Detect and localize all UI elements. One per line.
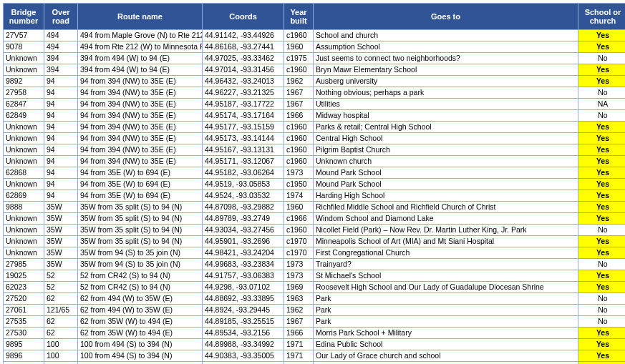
cell-goes: Windom School and Diamond Lake xyxy=(314,213,578,225)
table-row: 9896100100 from 494 (S) to 394 (N)44.903… xyxy=(4,350,626,362)
cell-year: 1973 xyxy=(284,259,314,270)
cell-goes: Park xyxy=(314,305,578,316)
cell-year: 1967 xyxy=(284,87,314,99)
cell-bridge: Unknown xyxy=(4,144,44,156)
cell-year: c1960 xyxy=(284,64,314,76)
cell-year: c1960 xyxy=(284,30,314,41)
cell-school: Yes xyxy=(578,362,626,365)
cell-route: 62 from 35W (W) to 494 (E) xyxy=(78,328,203,339)
cell-year: c1960 xyxy=(284,225,314,236)
header-row: Bridge number Over road Route name Coord… xyxy=(4,4,626,30)
cell-over: 94 xyxy=(44,99,78,110)
table-row: 620235252 from CR42 (S) to 94 (N)44.9298… xyxy=(4,282,626,293)
cell-school: Yes xyxy=(578,64,626,76)
table-row: 27061121/6562 from 494 (W) to 35W (E)44.… xyxy=(4,305,626,316)
cell-bridge: 27103 xyxy=(4,362,44,365)
cell-school: Yes xyxy=(578,328,626,339)
cell-route: 494 from Rte 212 (W) to Minnesota Riv xyxy=(78,41,203,53)
cell-coords: 44.9298, -93.07102 xyxy=(203,282,284,293)
cell-bridge: Unknown xyxy=(4,236,44,247)
cell-year: c1960 xyxy=(284,156,314,167)
cell-coords: 44.89534, -93.2156 xyxy=(203,328,284,339)
cell-bridge: Unknown xyxy=(4,156,44,167)
cell-goes: Nicollet Field (Park) – Now Rev. Dr. Mar… xyxy=(314,225,578,236)
cell-goes: Richfiled Middle School and Richfield Ch… xyxy=(314,202,578,213)
cell-year: c1960 xyxy=(284,144,314,156)
cell-over: 494 xyxy=(44,30,78,41)
cell-coords: 44.89988, -93.34992 xyxy=(203,339,284,350)
cell-coords: 44.87098, -93.29882 xyxy=(203,202,284,213)
cell-year: c1970 xyxy=(284,236,314,247)
bridges-table: Bridge number Over road Route name Coord… xyxy=(3,3,625,364)
cell-school: No xyxy=(578,53,626,64)
header-school: School or church xyxy=(578,4,626,30)
cell-bridge: 27958 xyxy=(4,87,44,99)
cell-coords: 44.90383, -93.35005 xyxy=(203,350,284,362)
cell-coords: 44.96432, -93.24013 xyxy=(203,76,284,87)
cell-goes: Roosevelt High School and Our Lady of Gu… xyxy=(314,282,578,293)
cell-over: 121/65 xyxy=(44,305,78,316)
table-row: Unknown35W35W from 94 (S) to 35 join (N)… xyxy=(4,247,626,259)
cell-route: 94 from 394 (NW) to 35E (E) xyxy=(78,144,203,156)
cell-school: Yes xyxy=(578,122,626,133)
cell-over: 52 xyxy=(44,282,78,293)
cell-coords: 44.99683, -93.23834 xyxy=(203,259,284,270)
cell-route: 94 from 394 (NW) to 35E (E) xyxy=(78,87,203,99)
cell-year: 1970 xyxy=(284,362,314,365)
cell-goes: Pilgrim Baptist Church xyxy=(314,144,578,156)
cell-goes: Trainyard? xyxy=(314,259,578,270)
cell-route: 35W from 94 (S) to 35 join (N) xyxy=(78,247,203,259)
cell-bridge: 62869 xyxy=(4,190,44,202)
header-bridge: Bridge number xyxy=(4,4,44,30)
cell-school: Yes xyxy=(578,213,626,225)
cell-bridge: Unknown xyxy=(4,213,44,225)
table-row: 98929494 from 394 (NW) to 35E (E)44.9643… xyxy=(4,76,626,87)
cell-coords: 44.95182, -93.06264 xyxy=(203,167,284,179)
cell-school: Yes xyxy=(578,179,626,190)
cell-bridge: Unknown xyxy=(4,247,44,259)
cell-year: 1967 xyxy=(284,99,314,110)
cell-over: 494 xyxy=(44,41,78,53)
cell-goes: St Michael's School xyxy=(314,270,578,282)
table-row: Unknown394394 from 494 (W) to 94 (E)44.9… xyxy=(4,64,626,76)
table-row: Unknown35W35W from 35 split (S) to 94 (N… xyxy=(4,213,626,225)
cell-goes: Bryn Mawr Elementary School xyxy=(314,64,578,76)
cell-over: 35W xyxy=(44,236,78,247)
cell-bridge: 9078 xyxy=(4,41,44,53)
table-row: 275306262 from 35W (W) to 494 (E)44.8953… xyxy=(4,328,626,339)
cell-bridge: Unknown xyxy=(4,122,44,133)
table-row: 275206262 from 494 (W) to 35W (E)44.8869… xyxy=(4,293,626,305)
cell-over: 394 xyxy=(44,64,78,76)
cell-route: 35W from 94 (S) to 35 join (N) xyxy=(78,259,203,270)
table-row: 628479494 from 394 (NW) to 35E (E)44.951… xyxy=(4,99,626,110)
cell-route: 394 from 494 (W) to 94 (E) xyxy=(78,64,203,76)
cell-school: Yes xyxy=(578,167,626,179)
cell-school: No xyxy=(578,87,626,99)
cell-year: 1963 xyxy=(284,293,314,305)
cell-goes: Just seems to connect two neighborhoods? xyxy=(314,53,578,64)
cell-over: 394 xyxy=(44,53,78,64)
table-row: 9078494494 from Rte 212 (W) to Minnesota… xyxy=(4,41,626,53)
cell-bridge: 9892 xyxy=(4,76,44,87)
table-row: 190255252 from CR42 (S) to 94 (N)44.9175… xyxy=(4,270,626,282)
table-row: Unknown35W35W from 35 split (S) to 94 (N… xyxy=(4,225,626,236)
header-coords: Coords xyxy=(203,4,284,30)
cell-goes: Parks & retail; Central High School xyxy=(314,122,578,133)
cell-school: Yes xyxy=(578,30,626,41)
cell-route: 94 from 394 (NW) to 35E (E) xyxy=(78,122,203,133)
cell-route: 35W from 35 split (S) to 94 (N) xyxy=(78,213,203,225)
cell-coords: 44.95187, -93.17722 xyxy=(203,99,284,110)
cell-over: 94 xyxy=(44,110,78,122)
cell-bridge: 27V57 xyxy=(4,30,44,41)
cell-school: No xyxy=(578,259,626,270)
cell-year: c1950 xyxy=(284,179,314,190)
cell-over: 94 xyxy=(44,133,78,144)
cell-coords: 44.93034, -93.27456 xyxy=(203,225,284,236)
cell-bridge: 27520 xyxy=(4,293,44,305)
cell-coords: 44.86168, -93.27441 xyxy=(203,41,284,53)
cell-coords: 44.95174, -93.17164 xyxy=(203,110,284,122)
cell-over: 62 xyxy=(44,316,78,328)
cell-coords: 44.9519, -93.05853 xyxy=(203,179,284,190)
cell-school: Yes xyxy=(578,202,626,213)
cell-goes: Central High School xyxy=(314,133,578,144)
